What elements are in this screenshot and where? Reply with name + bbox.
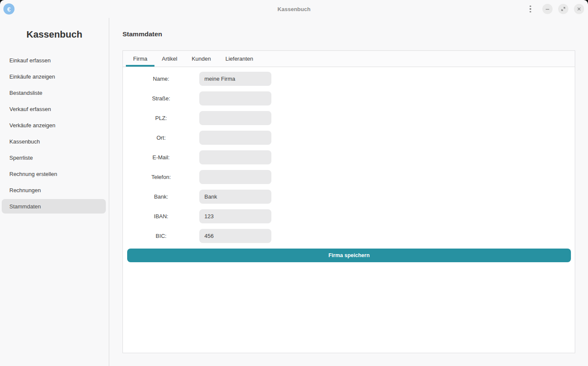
form-row: Straße: — [123, 91, 571, 105]
input-bank[interactable] — [199, 190, 271, 204]
tab-kunden[interactable]: Kunden — [184, 51, 218, 67]
minimize-icon — [545, 6, 550, 12]
plz-label: PLZ: — [123, 115, 199, 121]
titlebar: € Kassenbuch — [0, 0, 588, 18]
input-iban[interactable] — [199, 209, 271, 223]
form-row: Name: — [123, 72, 571, 86]
strasse-label: Straße: — [123, 95, 199, 102]
sidebar-item-stammdaten[interactable]: Stammdaten — [2, 199, 106, 214]
form-row: IBAN: — [123, 209, 571, 223]
close-icon — [576, 6, 582, 12]
save-firma-button[interactable]: Firma speichern — [127, 249, 571, 262]
input-name[interactable] — [199, 72, 271, 86]
menu-button[interactable] — [525, 4, 536, 14]
input-telefon[interactable] — [199, 170, 271, 184]
sidebar: Kassenbuch Einkauf erfassen Einkäufe anz… — [0, 18, 109, 366]
form-row: Ort: — [123, 131, 571, 145]
tab-firma[interactable]: Firma — [126, 51, 154, 67]
more-options-icon — [530, 8, 531, 10]
minimize-button[interactable] — [542, 4, 553, 14]
main-area: Stammdaten Firma Artikel Kunden Lieferan… — [109, 18, 588, 366]
euro-glyph: € — [7, 6, 11, 13]
ort-label: Ort: — [123, 135, 199, 141]
sidebar-item-bestandsliste[interactable]: Bestandsliste — [0, 85, 109, 101]
sidebar-item-verkaeufe-anzeigen[interactable]: Verkäufe anzeigen — [0, 117, 109, 133]
form-row: Telefon: — [123, 170, 571, 184]
sidebar-item-rechnung-erstellen[interactable]: Rechnung erstellen — [0, 166, 109, 182]
bank-label: Bank: — [123, 193, 199, 200]
input-plz[interactable] — [199, 111, 271, 125]
tab-lieferanten[interactable]: Lieferanten — [218, 51, 260, 67]
page-title: Stammdaten — [122, 30, 575, 38]
stammdaten-card: Firma Artikel Kunden Lieferanten Name: S… — [122, 50, 575, 353]
sidebar-item-einkauf-erfassen[interactable]: Einkauf erfassen — [0, 52, 109, 68]
firma-form: Name: Straße: PLZ: Ort: — [123, 67, 575, 249]
form-row: Bank: — [123, 190, 571, 204]
maximize-icon — [561, 6, 566, 12]
input-ort[interactable] — [199, 131, 271, 145]
close-button[interactable] — [574, 4, 584, 14]
form-row: BIC: — [123, 229, 571, 243]
input-bic[interactable] — [199, 229, 271, 243]
more-options-icon — [530, 6, 531, 7]
name-label: Name: — [123, 76, 199, 82]
window-title: Kassenbuch — [277, 6, 310, 12]
app-window: € Kassenbuch — [0, 0, 588, 366]
sidebar-item-sperrliste[interactable]: Sperrliste — [0, 149, 109, 166]
email-label: E-Mail: — [123, 154, 199, 161]
sidebar-item-rechnungen[interactable]: Rechnungen — [0, 182, 109, 198]
app-icon-euro: € — [3, 3, 15, 15]
form-row: PLZ: — [123, 111, 571, 125]
form-row: E-Mail: — [123, 150, 571, 164]
tab-bar: Firma Artikel Kunden Lieferanten — [123, 51, 575, 67]
window-controls — [525, 4, 584, 14]
telefon-label: Telefon: — [123, 174, 199, 180]
bic-label: BIC: — [123, 233, 199, 239]
more-options-icon — [530, 11, 531, 13]
maximize-button[interactable] — [558, 4, 568, 14]
sidebar-title: Kassenbuch — [0, 29, 109, 40]
input-strasse[interactable] — [199, 91, 271, 105]
sidebar-item-verkauf-erfassen[interactable]: Verkauf erfassen — [0, 101, 109, 117]
iban-label: IBAN: — [123, 213, 199, 220]
app-body: Kassenbuch Einkauf erfassen Einkäufe anz… — [0, 18, 588, 366]
tab-artikel[interactable]: Artikel — [154, 51, 184, 67]
input-email[interactable] — [199, 150, 271, 164]
sidebar-nav: Einkauf erfassen Einkäufe anzeigen Besta… — [0, 52, 109, 214]
sidebar-item-kassenbuch[interactable]: Kassenbuch — [0, 133, 109, 149]
sidebar-item-einkaeufe-anzeigen[interactable]: Einkäufe anzeigen — [0, 68, 109, 85]
